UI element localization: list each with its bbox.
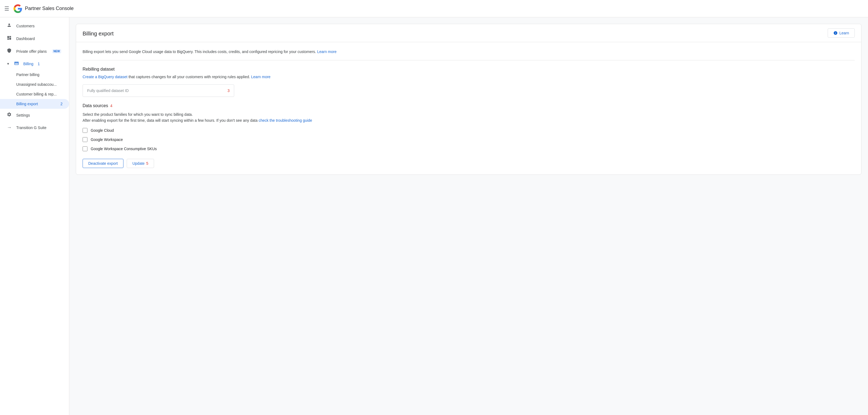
hamburger-menu-icon[interactable]: ☰ bbox=[4, 5, 9, 12]
topbar: ☰ Partner Sales Console bbox=[0, 0, 868, 17]
main-description: Billing export lets you send Google Clou… bbox=[83, 49, 855, 55]
chevron-icon: ▼ bbox=[6, 62, 10, 66]
dataset-id-field: 3 bbox=[83, 84, 234, 97]
app-title: Partner Sales Console bbox=[25, 6, 74, 11]
checkbox-google-workspace-consumptive[interactable]: Google Workspace Consumptive SKUs bbox=[83, 146, 855, 151]
private-offer-icon bbox=[6, 48, 12, 55]
data-sources-title: Data sources bbox=[83, 103, 108, 108]
sidebar-sub-customer-billing[interactable]: Customer billing & rep... bbox=[0, 89, 69, 99]
dataset-counter-badge: 3 bbox=[227, 89, 229, 93]
google-workspace-consumptive-checkbox[interactable] bbox=[83, 146, 88, 151]
billing-export-badge: 2 bbox=[60, 102, 63, 106]
sidebar-item-billing[interactable]: ▼ Billing 1 bbox=[0, 58, 69, 70]
update-button[interactable]: Update 5 bbox=[127, 159, 154, 168]
data-sources-description: Select the product families for which yo… bbox=[83, 111, 855, 124]
new-badge: NEW bbox=[52, 49, 61, 53]
sidebar-sub-partner-billing[interactable]: Partner billing bbox=[0, 70, 69, 79]
action-buttons: Deactivate export Update 5 bbox=[83, 159, 855, 168]
sidebar-item-settings[interactable]: Settings bbox=[0, 109, 69, 122]
create-bigquery-link[interactable]: Create a BigQuery dataset bbox=[83, 75, 127, 79]
checkbox-google-cloud[interactable]: Google Cloud bbox=[83, 128, 855, 133]
data-sources-counter: 4 bbox=[110, 104, 112, 108]
sidebar-sub-billing-export[interactable]: Billing export 2 bbox=[0, 99, 69, 109]
data-sources-header: Data sources 4 bbox=[83, 103, 855, 108]
billing-badge: 1 bbox=[38, 62, 40, 66]
sidebar-item-private-offer-label: Private offer plans bbox=[16, 49, 47, 54]
sidebar-item-customers[interactable]: Customers bbox=[0, 20, 69, 32]
learn-more-link-header[interactable]: Learn more bbox=[317, 49, 337, 54]
troubleshooting-guide-link[interactable]: check the troubleshooting guide bbox=[258, 118, 312, 123]
card-body: Billing export lets you send Google Clou… bbox=[76, 42, 861, 174]
rebilling-learn-more-link[interactable]: Learn more bbox=[251, 75, 271, 79]
google-workspace-label: Google Workspace bbox=[91, 137, 123, 142]
page-title: Billing export bbox=[83, 31, 114, 37]
sidebar-item-billing-label: Billing bbox=[23, 62, 33, 66]
google-cloud-checkbox[interactable] bbox=[83, 128, 88, 133]
google-workspace-consumptive-label: Google Workspace Consumptive SKUs bbox=[91, 147, 157, 151]
rebilling-section-title: Rebilling dataset bbox=[83, 67, 855, 72]
rebilling-description: Create a BigQuery dataset that captures … bbox=[83, 74, 855, 80]
sidebar-sub-billing-export-label: Billing export bbox=[16, 102, 38, 106]
sidebar-sub-partner-billing-label: Partner billing bbox=[16, 72, 39, 77]
dashboard-icon bbox=[6, 35, 12, 42]
sidebar: Customers Dashboard Private offer plans … bbox=[0, 17, 69, 415]
sidebar-sub-unassigned-label: Unassigned subaccou... bbox=[16, 82, 57, 87]
google-logo-icon bbox=[13, 4, 22, 13]
sidebar-sub-unassigned[interactable]: Unassigned subaccou... bbox=[0, 79, 69, 89]
transition-icon: → bbox=[6, 125, 12, 130]
google-cloud-label: Google Cloud bbox=[91, 128, 114, 133]
update-counter-badge: 5 bbox=[146, 161, 148, 166]
learn-icon bbox=[833, 31, 838, 35]
billing-icon bbox=[14, 61, 19, 67]
learn-button[interactable]: Learn bbox=[828, 28, 855, 38]
card-header: Billing export Learn bbox=[76, 24, 861, 42]
sidebar-item-dashboard[interactable]: Dashboard bbox=[0, 32, 69, 45]
google-workspace-checkbox[interactable] bbox=[83, 137, 88, 142]
main-content: Billing export Learn Billing export lets… bbox=[69, 17, 868, 415]
settings-icon bbox=[6, 112, 12, 118]
layout: Customers Dashboard Private offer plans … bbox=[0, 17, 868, 415]
content-card: Billing export Learn Billing export lets… bbox=[76, 24, 862, 175]
dataset-id-input[interactable] bbox=[87, 89, 225, 93]
data-source-checkboxes: Google Cloud Google Workspace Google Wor… bbox=[83, 128, 855, 151]
learn-button-label: Learn bbox=[839, 31, 849, 35]
sidebar-sub-customer-billing-label: Customer billing & rep... bbox=[16, 92, 57, 96]
sidebar-item-transition[interactable]: → Transition G Suite bbox=[0, 122, 69, 134]
sidebar-item-customers-label: Customers bbox=[16, 24, 35, 28]
sidebar-item-private-offer-plans[interactable]: Private offer plans NEW bbox=[0, 45, 69, 58]
deactivate-export-button[interactable]: Deactivate export bbox=[83, 159, 123, 168]
app-logo: Partner Sales Console bbox=[13, 4, 74, 13]
divider-1 bbox=[83, 60, 855, 60]
customers-icon bbox=[6, 23, 12, 29]
checkbox-google-workspace[interactable]: Google Workspace bbox=[83, 137, 855, 142]
sidebar-item-settings-label: Settings bbox=[16, 113, 30, 117]
sidebar-item-transition-label: Transition G Suite bbox=[16, 126, 46, 130]
sidebar-item-dashboard-label: Dashboard bbox=[16, 37, 35, 41]
